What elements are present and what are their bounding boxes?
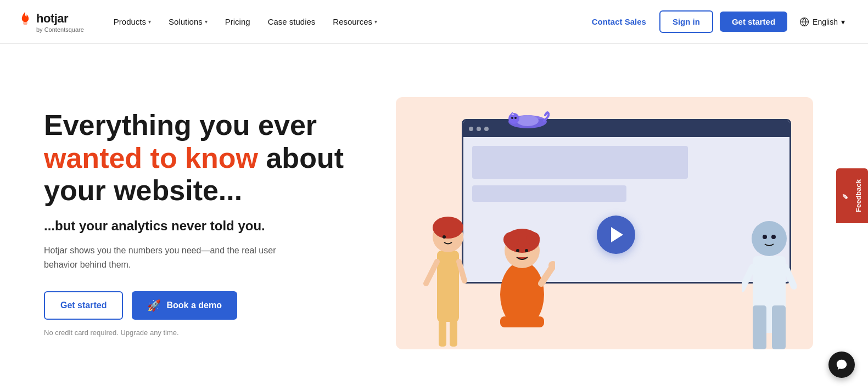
headline-highlight: wanted to know (44, 142, 258, 174)
svg-rect-15 (439, 319, 446, 347)
browser-dot (484, 127, 489, 131)
play-triangle-icon (611, 227, 623, 242)
chevron-down-icon: ▾ (148, 19, 151, 25)
browser-content-row (472, 185, 626, 202)
hero-illustration (396, 97, 813, 349)
chevron-down-icon: ▾ (205, 19, 208, 25)
hotjar-flame-icon (18, 11, 33, 26)
play-button[interactable] (597, 216, 635, 254)
person-1-illustration (423, 196, 473, 349)
svg-rect-26 (500, 316, 544, 327)
svg-rect-9 (437, 251, 459, 322)
nav-item-solutions[interactable]: Solutions ▾ (161, 13, 215, 31)
svg-point-7 (511, 117, 513, 119)
svg-line-24 (541, 267, 552, 284)
logo-text: hotjar (36, 12, 68, 26)
chevron-down-icon: ▾ (374, 19, 377, 25)
svg-rect-28 (753, 305, 766, 349)
svg-line-33 (742, 267, 753, 289)
language-selector[interactable]: English ▾ (794, 13, 850, 31)
feedback-icon: ✎ (842, 191, 850, 200)
sign-in-button[interactable]: Sign in (659, 10, 713, 33)
hero-illustration-area (384, 97, 824, 349)
language-label: English (813, 18, 838, 26)
browser-content (463, 137, 789, 211)
nav-item-case-studies[interactable]: Case studies (260, 13, 323, 31)
svg-point-20 (503, 232, 519, 247)
hero-content: Everything you ever wanted to know about… (44, 109, 351, 337)
svg-point-3 (517, 115, 539, 126)
svg-point-8 (514, 117, 517, 119)
feedback-label: Feedback (854, 179, 863, 212)
browser-dot (477, 127, 481, 131)
hero-buttons: Get started 🚀 Book a demo (44, 291, 351, 320)
chevron-down-icon: ▾ (841, 18, 845, 26)
get-started-nav-button[interactable]: Get started (720, 12, 787, 32)
navbar: hotjar by Contentsquare Products ▾ Solut… (0, 0, 868, 44)
svg-point-11 (433, 217, 463, 239)
svg-line-34 (786, 267, 794, 286)
svg-point-22 (516, 249, 519, 252)
hero-get-started-button[interactable]: Get started (44, 291, 123, 320)
cat-illustration (506, 111, 550, 130)
logo[interactable]: hotjar by Contentsquare (18, 11, 84, 33)
svg-point-0 (23, 20, 27, 25)
chat-icon (836, 359, 848, 371)
svg-rect-29 (772, 305, 786, 349)
logo-tagline: by Contentsquare (36, 26, 84, 33)
browser-content-row (472, 146, 688, 179)
svg-line-14 (459, 262, 464, 281)
globe-icon (799, 17, 809, 27)
nav-links: Products ▾ Solutions ▾ Pricing Case stud… (106, 13, 585, 31)
hero-section: Everything you ever wanted to know about… (0, 44, 868, 391)
nav-item-pricing[interactable]: Pricing (217, 13, 258, 31)
headline-part1: Everything you ever (44, 109, 317, 141)
nav-right: Contact Sales Sign in Get started Englis… (585, 10, 850, 33)
svg-line-13 (426, 262, 437, 284)
hero-book-demo-button[interactable]: 🚀 Book a demo (132, 291, 237, 320)
person-3-illustration (742, 196, 797, 349)
contact-sales-link[interactable]: Contact Sales (585, 13, 653, 31)
svg-point-21 (527, 232, 540, 245)
no-credit-text: No credit card required. Upgrade any tim… (44, 328, 351, 337)
person-2-illustration (489, 207, 555, 349)
nav-item-products[interactable]: Products ▾ (106, 13, 159, 31)
hero-subhead: ...but your analytics never told you. (44, 218, 351, 234)
browser-dot (469, 127, 473, 131)
svg-point-23 (525, 249, 528, 252)
hero-description: Hotjar shows you the numbers you need—an… (44, 243, 307, 271)
feedback-tab[interactable]: ✎ Feedback (836, 168, 868, 223)
svg-point-31 (763, 235, 767, 239)
nav-item-resources[interactable]: Resources ▾ (325, 13, 385, 31)
svg-point-32 (771, 235, 776, 239)
chat-bubble[interactable] (828, 352, 855, 378)
rocket-icon: 🚀 (147, 299, 161, 312)
svg-rect-16 (450, 319, 457, 347)
svg-point-30 (752, 221, 787, 256)
svg-point-12 (443, 235, 446, 239)
hero-headline: Everything you ever wanted to know about… (44, 109, 351, 207)
